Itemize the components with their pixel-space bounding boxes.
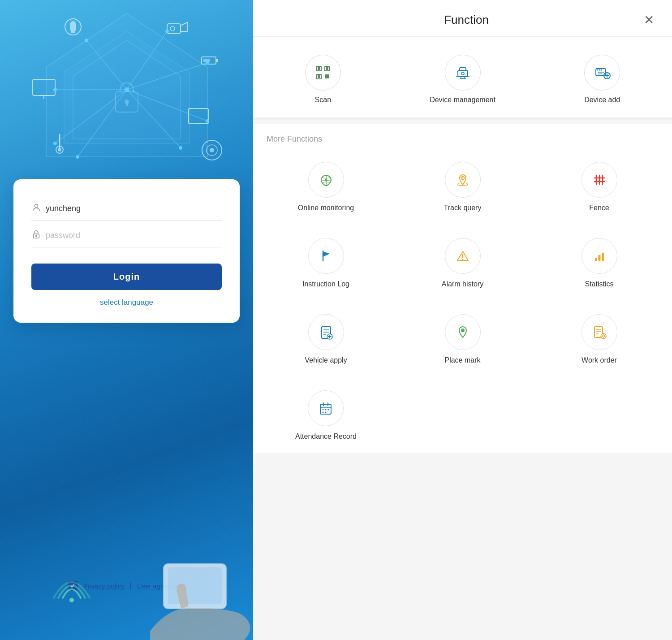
func-vehicle-apply[interactable]: Vehicle apply — [258, 305, 394, 377]
svg-point-107 — [462, 259, 463, 260]
password-row — [31, 224, 222, 247]
instruction-log-label: Instruction Log — [302, 280, 349, 288]
func-alarm-history[interactable]: Alarm history — [394, 229, 531, 301]
work-order-label: Work order — [582, 356, 617, 364]
function-header: Function ✕ — [253, 0, 672, 37]
func-statistics[interactable]: Statistics — [531, 229, 668, 301]
login-button[interactable]: Login — [31, 264, 222, 290]
more-functions-section: More Functions Online monitoring — [253, 124, 672, 453]
close-button[interactable]: ✕ — [644, 13, 654, 27]
fence-label: Fence — [589, 204, 609, 212]
svg-marker-16 — [181, 22, 187, 31]
svg-rect-46 — [168, 567, 222, 604]
func-instruction-log[interactable]: Instruction Log — [258, 229, 394, 301]
scan-label: Scan — [315, 96, 331, 104]
left-panel: Login select language ✓ Privacy policy |… — [0, 0, 253, 640]
svg-rect-109 — [598, 255, 600, 261]
svg-point-89 — [597, 69, 599, 71]
alarm-history-icon — [445, 238, 481, 274]
svg-point-97 — [325, 179, 327, 182]
svg-rect-77 — [325, 75, 327, 76]
scan-icon-circle — [305, 55, 341, 91]
func-scan[interactable]: Scan — [253, 50, 393, 108]
svg-rect-80 — [327, 77, 328, 78]
device-mgmt-icon-circle — [445, 55, 481, 91]
svg-point-91 — [601, 69, 602, 71]
hand-illustration — [128, 550, 253, 640]
svg-point-40 — [76, 155, 79, 159]
svg-rect-75 — [326, 68, 328, 69]
func-fence[interactable]: Fence — [531, 153, 668, 225]
svg-rect-76 — [318, 76, 320, 78]
func-online-monitoring[interactable]: Online monitoring — [258, 153, 394, 225]
username-row — [31, 197, 222, 221]
svg-point-82 — [461, 72, 464, 75]
svg-rect-110 — [602, 253, 604, 261]
attendance-record-label: Attendance Record — [295, 432, 357, 441]
svg-rect-108 — [595, 258, 597, 261]
svg-point-34 — [53, 142, 57, 145]
top-functions-row: Scan Device management — [253, 37, 672, 120]
svg-point-35 — [85, 39, 88, 42]
wifi-illustration — [36, 558, 108, 613]
online-monitoring-icon — [308, 162, 344, 198]
svg-point-133 — [323, 409, 324, 411]
vehicle-apply-icon — [308, 314, 344, 350]
login-card: Login select language — [13, 179, 240, 323]
svg-rect-79 — [325, 77, 327, 78]
svg-point-137 — [325, 412, 327, 413]
svg-point-39 — [179, 146, 182, 150]
svg-rect-78 — [327, 75, 328, 76]
online-monitoring-label: Online monitoring — [298, 204, 354, 212]
func-attendance-record[interactable]: Attendance Record — [258, 381, 394, 453]
svg-point-43 — [36, 235, 37, 237]
more-functions-row3: Vehicle apply Place mark — [253, 301, 672, 377]
svg-point-31 — [210, 148, 214, 152]
select-language-button[interactable]: select language — [31, 298, 222, 307]
svg-point-99 — [462, 177, 463, 179]
user-icon — [31, 203, 46, 215]
right-panel: Function ✕ — [253, 0, 672, 640]
statistics-label: Statistics — [585, 280, 613, 288]
func-device-mgmt[interactable]: Device management — [393, 50, 533, 108]
svg-point-134 — [325, 409, 327, 411]
attendance-record-icon — [308, 390, 344, 426]
svg-rect-14 — [71, 31, 75, 33]
vehicle-apply-label: Vehicle apply — [305, 356, 347, 364]
track-query-label: Track query — [444, 204, 482, 212]
track-query-icon — [445, 162, 481, 198]
device-add-label: Device add — [584, 96, 620, 104]
func-place-mark[interactable]: Place mark — [394, 305, 531, 377]
svg-rect-81 — [458, 70, 468, 77]
function-title: Function — [289, 13, 644, 27]
svg-point-44 — [69, 598, 74, 602]
username-input[interactable] — [46, 204, 222, 213]
svg-point-135 — [328, 409, 329, 411]
more-functions-row1: Online monitoring Track query — [253, 148, 672, 225]
work-order-icon — [582, 314, 617, 350]
place-mark-icon — [445, 314, 481, 350]
hero-illustration — [0, 0, 253, 188]
svg-point-32 — [125, 87, 129, 92]
svg-point-38 — [206, 119, 209, 123]
svg-point-28 — [58, 148, 61, 151]
svg-point-37 — [206, 61, 209, 65]
svg-point-118 — [461, 329, 465, 332]
func-track-query[interactable]: Track query — [394, 153, 531, 225]
alarm-history-label: Alarm history — [442, 280, 483, 288]
instruction-log-icon — [308, 238, 344, 274]
svg-rect-24 — [216, 59, 218, 62]
svg-rect-4 — [126, 102, 128, 106]
more-functions-row2: Instruction Log Alarm history — [253, 225, 672, 301]
svg-point-90 — [599, 69, 600, 71]
password-input[interactable] — [46, 231, 222, 240]
func-device-add[interactable]: Device add — [532, 50, 672, 108]
svg-point-36 — [165, 30, 169, 33]
svg-rect-15 — [167, 24, 181, 34]
place-mark-label: Place mark — [444, 356, 480, 364]
svg-point-136 — [323, 412, 324, 413]
statistics-icon — [582, 238, 617, 274]
svg-point-33 — [53, 88, 57, 91]
func-work-order[interactable]: Work order — [531, 305, 668, 377]
more-functions-row4: Attendance Record — [253, 377, 672, 453]
